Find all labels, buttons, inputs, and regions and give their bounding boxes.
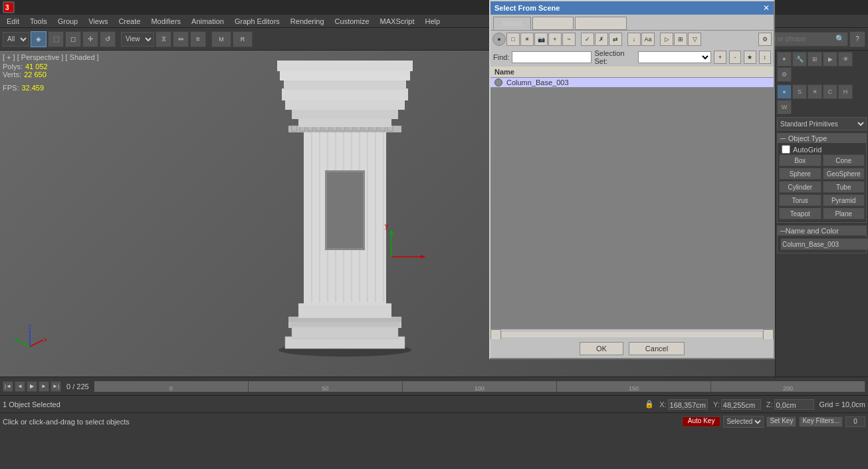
3d-viewport-content: y — [232, 54, 458, 373]
view-select[interactable]: View — [121, 32, 154, 47]
cylinder-button[interactable]: Cylinder — [779, 181, 821, 193]
options-btn[interactable]: ⚙ — [758, 33, 772, 46]
scale-btn[interactable]: ⧖ — [156, 31, 171, 47]
cameras-btn[interactable]: 📷 — [534, 33, 548, 46]
sphere-button[interactable]: Sphere — [779, 168, 821, 180]
render-btn[interactable]: R — [233, 31, 253, 47]
go-start-btn[interactable]: |◄ — [3, 381, 13, 392]
select-region-btn[interactable]: ⬚ — [48, 31, 64, 47]
select-none-btn[interactable]: ✗ — [595, 33, 608, 46]
menu-edit[interactable]: Edit — [1, 16, 25, 27]
mirror-btn[interactable]: ⇔ — [173, 31, 189, 47]
name-color-header[interactable]: ─ Name and Color — [778, 226, 866, 235]
autogrid-checkbox[interactable] — [782, 145, 790, 154]
selection-set-select[interactable] — [638, 51, 711, 63]
move-btn[interactable]: ✛ — [82, 31, 98, 47]
menu-help[interactable]: Help — [420, 16, 446, 27]
create-tab[interactable]: ✦ — [777, 52, 792, 67]
ok-button[interactable]: OK — [580, 342, 623, 355]
filter-btn[interactable]: ▽ — [688, 33, 701, 46]
spacewarps-btn[interactable]: ~ — [562, 33, 576, 46]
key-mode-select[interactable]: Selected — [723, 416, 764, 428]
material-btn[interactable]: M — [211, 31, 231, 47]
display-subtree-btn[interactable]: ▷ — [660, 33, 673, 46]
pyramid-button[interactable]: Pyramid — [823, 194, 865, 206]
select-object-btn[interactable]: ◈ — [31, 31, 47, 47]
menu-rendering[interactable]: Rendering — [285, 16, 330, 27]
display-tab[interactable]: 👁 — [838, 52, 853, 67]
menu-animation[interactable]: Animation — [186, 16, 229, 27]
time-input[interactable] — [845, 416, 865, 427]
add-selection-set-btn[interactable]: + — [714, 51, 726, 64]
next-frame-btn[interactable]: ► — [39, 381, 49, 392]
auto-key-btn[interactable]: Auto Key — [682, 416, 721, 427]
prev-frame-btn[interactable]: ◄ — [15, 381, 25, 392]
play-btn[interactable]: ▶ — [27, 381, 37, 392]
menu-modifiers[interactable]: Modifiers — [146, 16, 186, 27]
list-item[interactable]: Column_Base_003 — [490, 78, 774, 87]
menu-tools[interactable]: Tools — [25, 16, 53, 27]
helpers-subtab[interactable]: H — [838, 84, 853, 99]
align-btn[interactable]: ≡ — [190, 31, 206, 47]
cameras-subtab[interactable]: C — [823, 84, 837, 99]
geometry-subtab[interactable]: ● — [777, 84, 792, 99]
tab-select[interactable]: Select — [493, 17, 531, 30]
case-sensitive-btn[interactable]: Aa — [641, 33, 655, 46]
lights-subtab[interactable]: ☀ — [808, 84, 822, 99]
rotate-btn[interactable]: ↺ — [100, 31, 116, 47]
menu-graph-editors[interactable]: Graph Editors — [229, 16, 285, 27]
scroll-left-btn[interactable]: ◄ — [490, 329, 501, 340]
sort-btn[interactable]: ↕ — [759, 51, 771, 64]
cancel-button[interactable]: Cancel — [629, 342, 685, 355]
motion-tab[interactable]: ▶ — [823, 52, 837, 67]
object-type-header[interactable]: ─ Object Type — [778, 134, 866, 143]
all-geometries-btn[interactable]: ● — [492, 33, 506, 46]
find-input[interactable] — [512, 51, 592, 63]
ot-collapse-icon: ─ — [780, 134, 786, 142]
cone-button[interactable]: Cone — [823, 154, 865, 166]
tube-button[interactable]: Tube — [823, 181, 865, 193]
select-children-btn[interactable]: ↓ — [627, 33, 641, 46]
scene-name-header: Name — [490, 67, 774, 78]
help-btn[interactable]: ? — [849, 31, 865, 47]
modify-tab[interactable]: 🔧 — [792, 52, 807, 67]
filter-select[interactable]: All — [3, 32, 29, 47]
menu-create[interactable]: Create — [113, 16, 146, 27]
object-name-input[interactable] — [780, 238, 868, 250]
find-label: Find: — [493, 53, 509, 61]
item-type-icon — [494, 78, 502, 86]
select-all-btn[interactable]: ✓ — [581, 33, 594, 46]
remove-selection-set-btn[interactable]: - — [729, 51, 741, 64]
select-lasso-btn[interactable]: ◻ — [65, 31, 81, 47]
menu-maxscript[interactable]: MAXScript — [375, 16, 420, 27]
torus-button[interactable]: Torus — [779, 194, 821, 206]
shapes-btn[interactable]: □ — [506, 33, 520, 46]
hierarchy-tab[interactable]: ⊞ — [808, 52, 822, 67]
scene-object-list[interactable]: Column_Base_003 — [490, 78, 774, 329]
scroll-right-btn[interactable]: ► — [763, 329, 774, 340]
spacewarps-subtab[interactable]: W — [777, 100, 792, 114]
expand-btn[interactable]: ⊞ — [674, 33, 687, 46]
svg-marker-23 — [421, 255, 425, 259]
lights-btn[interactable]: ☀ — [520, 33, 534, 46]
box-button[interactable]: Box — [779, 154, 821, 166]
timeline-track[interactable]: 0 50 100 150 200 — [94, 381, 865, 392]
shapes-subtab[interactable]: S — [792, 84, 807, 99]
teapot-button[interactable]: Teapot — [779, 208, 821, 220]
menu-customize[interactable]: Customize — [330, 16, 375, 27]
menu-group[interactable]: Group — [53, 16, 84, 27]
menu-views[interactable]: Views — [83, 16, 113, 27]
plane-button[interactable]: Plane — [823, 208, 865, 220]
highlight-btn[interactable]: ★ — [744, 51, 756, 64]
primitive-type-select[interactable]: Standard Primitives — [777, 117, 867, 130]
tab-display[interactable]: Display — [532, 17, 574, 30]
tab-customize[interactable]: Customize — [575, 17, 627, 30]
go-end-btn[interactable]: ►| — [51, 381, 61, 392]
dialog-close-button[interactable]: ✕ — [763, 3, 770, 13]
set-key-btn[interactable]: Set Key — [766, 416, 796, 427]
helpers-btn[interactable]: + — [548, 33, 562, 46]
utilities-tab[interactable]: ⚙ — [777, 67, 792, 82]
geosphere-button[interactable]: GeoSphere — [823, 168, 865, 180]
key-filters-btn[interactable]: Key Filters... — [799, 416, 843, 427]
invert-selection-btn[interactable]: ⇄ — [609, 33, 622, 46]
